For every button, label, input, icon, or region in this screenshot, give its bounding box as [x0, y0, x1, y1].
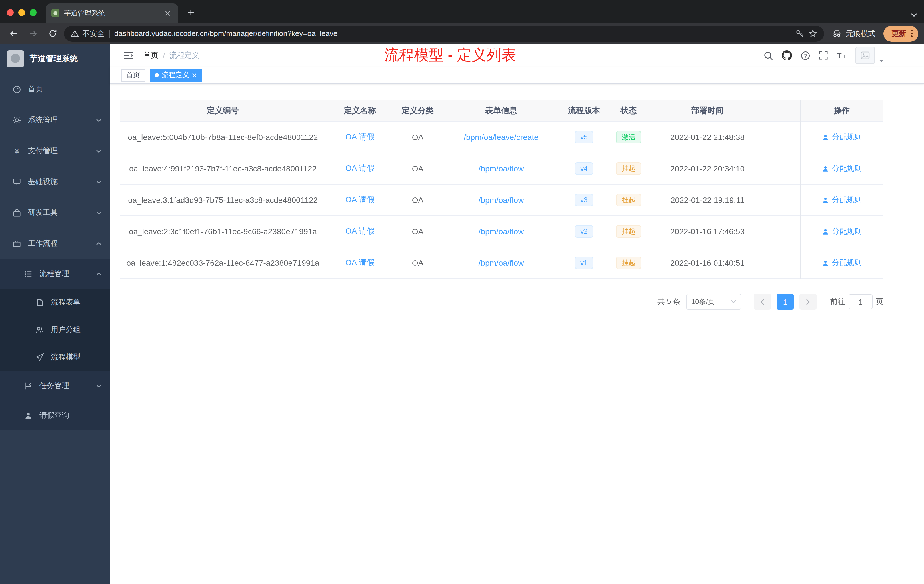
search-icon[interactable] — [764, 51, 773, 60]
sidebar-item-task-management[interactable]: 任务管理 — [0, 371, 110, 401]
sidebar-toggle-icon[interactable] — [119, 51, 138, 59]
definition-name-link[interactable]: OA 请假 — [345, 226, 375, 237]
definition-name-link[interactable]: OA 请假 — [345, 163, 375, 174]
definition-name-link[interactable]: OA 请假 — [345, 258, 375, 268]
assign-rule-button[interactable]: 分配规则 — [822, 226, 862, 237]
bookmark-star-icon[interactable] — [808, 29, 817, 38]
app-logo-image — [7, 50, 24, 68]
next-page-button[interactable] — [799, 294, 817, 310]
assign-rule-label: 分配规则 — [832, 163, 862, 174]
chevron-down-icon — [731, 300, 736, 304]
current-page-button[interactable]: 1 — [777, 294, 794, 310]
address-bar[interactable]: 不安全 dashboard.yudao.iocoder.cn/bpm/manag… — [64, 25, 824, 41]
definition-id: oa_leave:3:1fad3d93-7b75-11ec-a3c8-acde4… — [120, 195, 326, 205]
security-chip[interactable]: 不安全 — [71, 28, 105, 39]
assign-rule-label: 分配规则 — [832, 258, 862, 268]
assign-rule-label: 分配规则 — [832, 195, 862, 205]
password-key-icon[interactable] — [795, 29, 804, 38]
tag-close-icon[interactable] — [192, 73, 196, 78]
form-info-link[interactable]: /bpm/oa/flow — [478, 258, 524, 267]
assign-rule-button[interactable]: 分配规则 — [822, 163, 862, 174]
sidebar-item-label: 任务管理 — [40, 381, 69, 391]
help-icon[interactable]: ? — [800, 51, 810, 60]
close-window-button[interactable] — [7, 9, 14, 16]
incognito-badge: 无痕模式 — [827, 28, 880, 39]
browser-tab[interactable]: 芋道管理系统 — [46, 3, 178, 23]
assign-rule-button[interactable]: 分配规则 — [822, 258, 862, 268]
github-icon[interactable] — [782, 50, 792, 61]
table-row: oa_leave:5:004b710b-7b8a-11ec-8ef0-acde4… — [120, 122, 883, 153]
table-header-row: 定义编号 定义名称 定义分类 表单信息 流程版本 状态 部署时间 操作 — [120, 100, 883, 122]
fullscreen-icon[interactable] — [819, 51, 828, 60]
tags-view-bar: 首页 流程定义 — [110, 67, 924, 84]
sidebar-item-process-management[interactable]: 流程管理 — [0, 259, 110, 289]
sidebar-item-workflow[interactable]: 工作流程 — [0, 228, 110, 259]
sidebar-logo[interactable]: 芋道管理系统 — [0, 44, 110, 74]
app-title: 芋道管理系统 — [30, 54, 78, 64]
tag-process-definition[interactable]: 流程定义 — [150, 69, 202, 81]
sidebar-item-dev-tools[interactable]: 研发工具 — [0, 197, 110, 228]
deploy-time: 2022-01-22 21:48:38 — [650, 133, 765, 142]
sidebar-item-infrastructure[interactable]: 基础设施 — [0, 166, 110, 197]
sidebar-item-home[interactable]: 首页 — [0, 74, 110, 105]
sidebar-item-process-model[interactable]: 流程模型 — [0, 343, 110, 371]
table-row: oa_leave:2:3c1f0ef1-76b1-11ec-9c66-a2380… — [120, 216, 883, 247]
deploy-time: 2022-01-16 01:40:51 — [650, 258, 765, 267]
back-button[interactable] — [6, 25, 22, 41]
deploy-time: 2022-01-16 17:46:53 — [650, 227, 765, 236]
goto-page-input[interactable] — [848, 294, 873, 309]
browser-menu-icon[interactable] — [911, 30, 912, 37]
sidebar-item-leave-query[interactable]: 请假查询 — [0, 401, 110, 430]
window-controls — [0, 9, 46, 23]
definition-category: OA — [394, 164, 441, 173]
assign-rule-button[interactable]: 分配规则 — [822, 195, 862, 205]
status-badge: 挂起 — [616, 257, 641, 269]
sidebar-item-label: 研发工具 — [28, 208, 58, 218]
form-info-link[interactable]: /bpm/oa/leave/create — [464, 133, 539, 142]
table-row: oa_leave:3:1fad3d93-7b75-11ec-a3c8-acde4… — [120, 185, 883, 216]
tab-close-icon[interactable] — [162, 8, 173, 18]
definition-id: oa_leave:5:004b710b-7b8a-11ec-8ef0-acde4… — [120, 133, 326, 142]
version-badge: v5 — [574, 131, 593, 144]
sidebar-menu: 首页 系统管理 ¥ 支付管理 基础设施 — [0, 74, 110, 430]
page-size-select[interactable]: 10条/页 — [686, 294, 741, 310]
user-avatar[interactable] — [855, 47, 875, 64]
form-info-link[interactable]: /bpm/oa/flow — [478, 195, 524, 205]
prev-page-button[interactable] — [754, 294, 771, 310]
pagination: 共 5 条 10条/页 1 — [120, 294, 883, 310]
column-header-name: 定义名称 — [326, 106, 394, 116]
person-icon — [822, 259, 829, 267]
tab-search-icon[interactable] — [911, 13, 917, 17]
page-annotation-title: 流程模型 - 定义列表 — [384, 45, 516, 65]
sidebar-item-label: 首页 — [28, 84, 43, 94]
definition-category: OA — [394, 258, 441, 267]
column-header-version: 流程版本 — [561, 106, 607, 116]
sidebar-item-payment[interactable]: ¥ 支付管理 — [0, 135, 110, 166]
briefcase-icon — [13, 239, 21, 248]
form-info-link[interactable]: /bpm/oa/flow — [478, 227, 524, 236]
sidebar-item-system[interactable]: 系统管理 — [0, 105, 110, 135]
form-info-link[interactable]: /bpm/oa/flow — [478, 164, 524, 173]
definition-name-link[interactable]: OA 请假 — [345, 132, 375, 142]
paper-plane-icon — [35, 353, 44, 361]
sidebar-item-process-form[interactable]: 流程表单 — [0, 289, 110, 316]
chevron-down-icon — [96, 118, 102, 122]
forward-button[interactable] — [25, 25, 41, 41]
app-header: 首页 / 流程定义 流程模型 - 定义列表 ? — [110, 44, 924, 67]
tag-home[interactable]: 首页 — [121, 69, 145, 81]
update-button[interactable]: 更新 — [883, 25, 918, 41]
minimize-window-button[interactable] — [18, 9, 25, 16]
status-badge: 激活 — [616, 131, 641, 144]
version-badge: v4 — [574, 162, 593, 175]
zoom-window-button[interactable] — [30, 9, 36, 16]
reload-button[interactable] — [45, 25, 61, 41]
breadcrumb-home[interactable]: 首页 — [144, 50, 158, 61]
deploy-time: 2022-01-22 19:19:11 — [650, 195, 765, 205]
assign-rule-button[interactable]: 分配规则 — [822, 132, 862, 142]
sidebar-item-user-group[interactable]: 用户分组 — [0, 316, 110, 343]
font-size-icon[interactable]: TT — [837, 51, 847, 60]
new-tab-button[interactable] — [183, 5, 199, 21]
sidebar-item-label: 流程模型 — [51, 352, 81, 362]
definition-name-link[interactable]: OA 请假 — [345, 195, 375, 205]
avatar-caret-icon[interactable] — [879, 59, 884, 63]
